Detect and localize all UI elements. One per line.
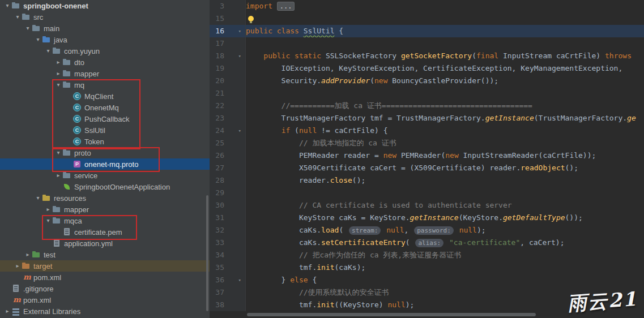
line-number[interactable]: 17 (210, 37, 224, 50)
tree-item-application-yml[interactable]: application.yml (0, 238, 210, 249)
gutter[interactable]: 21 (210, 87, 246, 100)
tree-item-pom-xml[interactable]: pom.xml (0, 272, 210, 283)
tree-item-com-yuyun[interactable]: ▾com.yuyun (0, 45, 210, 57)
line-number[interactable]: 25 (210, 137, 224, 149)
code-line-3[interactable]: 3import ... (210, 0, 644, 12)
gutter[interactable]: 28 (210, 174, 246, 187)
code-line-34[interactable]: 34 // 把ca作为信任的 ca 列表,来验证服务器证书 (210, 249, 644, 261)
gutter[interactable]: 26 (210, 149, 246, 162)
code-line-23[interactable]: 23 TrustManagerFactory tmf = TrustManage… (210, 112, 644, 124)
chevron-down-icon[interactable]: ▾ (34, 192, 42, 204)
tree-item-token[interactable]: Token (0, 136, 210, 147)
gutter[interactable]: 15 (210, 12, 246, 25)
chevron-right-icon[interactable]: ▸ (3, 306, 11, 317)
chevron-down-icon[interactable]: ▾ (54, 147, 62, 158)
tree-item-onenetmq[interactable]: OnenetMq (0, 102, 210, 113)
line-number[interactable]: 38 (210, 299, 224, 311)
gutter[interactable]: 3 (210, 0, 246, 12)
code-line-32[interactable]: 32 caKs.load( stream: null, password: nu… (210, 224, 644, 237)
gutter[interactable]: 30 (210, 199, 246, 212)
chevron-down-icon[interactable]: ▾ (44, 215, 52, 226)
line-number[interactable]: 22 (210, 100, 224, 112)
chevron-down-icon[interactable]: ▾ (14, 11, 22, 23)
folded-code-badge[interactable]: ... (277, 2, 295, 11)
line-number[interactable]: 32 (210, 224, 224, 237)
intention-bulb-icon[interactable] (248, 16, 254, 22)
line-number[interactable]: 19 (210, 62, 224, 75)
gutter[interactable]: 38 (210, 299, 246, 311)
line-number[interactable]: 35 (210, 261, 224, 274)
line-number[interactable]: 34 (210, 249, 224, 261)
line-number[interactable]: 36 (210, 274, 224, 286)
code-line-22[interactable]: 22 //==========加载 ca 证书=================… (210, 100, 644, 112)
line-number[interactable]: 37 (210, 286, 224, 299)
line-number[interactable]: 29 (210, 187, 224, 199)
code-line-21[interactable]: 21 (210, 87, 644, 100)
tree-item-test[interactable]: ▸test (0, 249, 210, 260)
code-line-24[interactable]: 24▾ if (null != caCrtFile) { (210, 124, 644, 137)
gutter[interactable]: 33 (210, 237, 246, 249)
fold-marker-icon[interactable]: ▾ (224, 124, 245, 137)
code-line-15[interactable]: 15 (210, 12, 644, 25)
gutter[interactable]: 29 (210, 187, 246, 199)
tree-item-sslutil[interactable]: SslUtil (0, 124, 210, 136)
code-line-27[interactable]: 27 X509Certificate caCert = (X509Certifi… (210, 162, 644, 174)
gutter[interactable]: 22 (210, 100, 246, 112)
gutter[interactable]: 35 (210, 261, 246, 274)
editor-hscrollbar-thumb[interactable] (247, 313, 536, 316)
chevron-down-icon[interactable]: ▾ (54, 79, 62, 91)
tree-item-onenet-mq-proto[interactable]: onenet-mq.proto (0, 158, 210, 170)
chevron-right-icon[interactable]: ▸ (14, 260, 22, 272)
code-line-16[interactable]: 16▾public class SslUtil { (210, 25, 644, 37)
tree-item-pushcallback[interactable]: PushCallback (0, 113, 210, 124)
tree-scrollbar[interactable] (206, 195, 208, 311)
code-editor[interactable]: 3import ...1516▾public class SslUtil {17… (210, 0, 644, 318)
gutter[interactable]: 36▾ (210, 274, 246, 286)
fold-marker-icon[interactable]: ▾ (224, 274, 245, 286)
tree-item-mqclient[interactable]: MqClient (0, 91, 210, 102)
chevron-right-icon[interactable]: ▸ (44, 204, 52, 215)
fold-marker-icon[interactable]: ▾ (224, 50, 245, 62)
code-line-25[interactable]: 25 // 加载本地指定的 ca 证书 (210, 137, 644, 149)
chevron-down-icon[interactable]: ▾ (24, 23, 32, 34)
gutter[interactable]: 31 (210, 212, 246, 224)
tree-item-java[interactable]: ▾java (0, 34, 210, 45)
chevron-down-icon[interactable]: ▾ (34, 34, 42, 45)
tree-item-pom-xml[interactable]: pom.xml (0, 294, 210, 306)
tree-item-springbootonenetapplication[interactable]: SpringbootOnenetApplication (0, 181, 210, 192)
line-number[interactable]: 16 (210, 25, 224, 37)
code-line-26[interactable]: 26 PEMReader reader = new PEMReader(new … (210, 149, 644, 162)
line-number[interactable]: 31 (210, 212, 224, 224)
tree-item-mqca[interactable]: ▾mqca (0, 215, 210, 226)
chevron-right-icon[interactable]: ▸ (24, 249, 32, 260)
gutter[interactable]: 37 (210, 286, 246, 299)
chevron-right-icon[interactable]: ▸ (54, 57, 62, 68)
tree-item-mapper[interactable]: ▸mapper (0, 204, 210, 215)
gutter[interactable]: 24▾ (210, 124, 246, 137)
tree-item-external-libraries[interactable]: ▸External Libraries (0, 306, 210, 317)
gutter[interactable]: 16▾ (210, 25, 246, 37)
chevron-right-icon[interactable]: ▸ (54, 68, 62, 79)
gutter[interactable]: 19 (210, 62, 246, 75)
chevron-down-icon[interactable]: ▾ (3, 0, 11, 11)
code-line-35[interactable]: 35 tmf.init(caKs); (210, 261, 644, 274)
gutter[interactable]: 32 (210, 224, 246, 237)
line-number[interactable]: 15 (210, 12, 224, 25)
code-line-30[interactable]: 30 // CA certificate is used to authenti… (210, 199, 644, 212)
line-number[interactable]: 20 (210, 75, 224, 87)
line-number[interactable]: 24 (210, 124, 224, 137)
code-line-36[interactable]: 36▾ } else { (210, 274, 644, 286)
gutter[interactable]: 25 (210, 137, 246, 149)
chevron-down-icon[interactable]: ▾ (44, 45, 52, 57)
tree-item-main[interactable]: ▾main (0, 23, 210, 34)
line-number[interactable]: 27 (210, 162, 224, 174)
code-line-18[interactable]: 18▾ public static SSLSocketFactory getSo… (210, 50, 644, 62)
gutter[interactable]: 17 (210, 37, 246, 50)
tree-item-mq[interactable]: ▾mq (0, 79, 210, 91)
line-number[interactable]: 26 (210, 149, 224, 162)
code-line-19[interactable]: 19 IOException, KeyStoreException, Certi… (210, 62, 644, 75)
gutter[interactable]: 18▾ (210, 50, 246, 62)
line-number[interactable]: 3 (210, 0, 224, 12)
code-line-17[interactable]: 17 (210, 37, 644, 50)
code-line-29[interactable]: 29 (210, 187, 644, 199)
